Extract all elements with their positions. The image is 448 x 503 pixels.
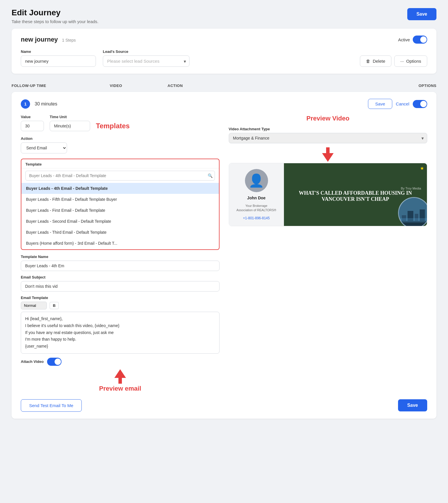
step-time: 30 minutes — [35, 101, 57, 107]
email-line-4: I'm more than happy to help. — [25, 336, 215, 343]
time-unit-select[interactable]: Minute(s) — [50, 121, 90, 131]
email-subject-input[interactable] — [21, 281, 220, 292]
svg-marker-0 — [114, 369, 126, 378]
email-line-5: {user_name} — [25, 343, 215, 350]
name-label: Name — [21, 49, 96, 54]
preview-video-arrow-icon — [229, 147, 427, 162]
time-unit-label: Time Unit — [50, 115, 130, 119]
email-body: Hi {lead_first_name}, I believe it's use… — [21, 312, 220, 354]
template-name-input[interactable] — [21, 261, 220, 271]
value-label: Value — [21, 115, 44, 119]
col-action: ACTION — [168, 83, 225, 88]
email-line-1: Hi {lead_first_name}, — [25, 315, 215, 322]
options-button[interactable]: ··· Options — [394, 55, 427, 67]
preview-email-label: Preview email — [99, 385, 141, 392]
video-preview-card: 👤 John Doe Your Brokerage Association of… — [229, 163, 427, 226]
template-item-6[interactable]: Buyers (Home afford form) - 3rd Email - … — [21, 238, 219, 249]
value-input[interactable] — [21, 121, 44, 131]
step-save-button[interactable]: Save — [368, 99, 392, 109]
templates-label: Templates — [96, 122, 130, 130]
template-item-5[interactable]: Buyer Leads - Third Email - Default Temp… — [21, 227, 219, 238]
step-cancel-button[interactable]: Cancel — [396, 101, 409, 106]
phone-text: +1-801-896-8145 — [243, 216, 269, 220]
search-icon: 🔍 — [208, 173, 213, 178]
svg-rect-2 — [326, 147, 330, 153]
save-bottom-button[interactable]: Save — [398, 399, 427, 411]
video-attachment-type-label: Video Attachment Type — [229, 127, 427, 131]
attach-video-label: Attach Video — [21, 359, 44, 364]
template-name-label: Template Name — [21, 255, 220, 259]
action-label: Action — [21, 136, 67, 141]
by-troy-label: By Troy Media — [401, 187, 421, 190]
template-list: Buyer Leads - 4th Email - Default Templa… — [21, 183, 219, 249]
send-test-email-button[interactable]: Send Test Email To Me — [21, 399, 82, 412]
email-subject-label: Email Subject — [21, 275, 220, 279]
template-item-3[interactable]: Buyer Leads - First Email - Default Temp… — [21, 205, 219, 216]
template-search-input[interactable] — [25, 171, 215, 181]
bold-button[interactable]: B — [50, 302, 59, 309]
step-number: 1 — [21, 99, 30, 109]
star-icon: ★ — [420, 166, 424, 171]
avatar: 👤 — [245, 169, 268, 192]
preview-video-label: Preview Video — [229, 115, 427, 122]
step-toggle[interactable] — [413, 100, 427, 108]
template-item-4[interactable]: Buyer Leads - Second Email - Default Tem… — [21, 216, 219, 227]
agent-name: John Doe — [247, 196, 266, 200]
template-section-label: Template — [21, 159, 219, 168]
options-icon: ··· — [400, 59, 404, 64]
col-options: OPTIONS — [225, 83, 436, 88]
col-follow-up-time: FOLLOW-UP TIME — [12, 83, 110, 88]
step-card: 1 30 minutes Save Cancel Value Time Unit — [12, 92, 436, 419]
col-video: VIDEO — [110, 83, 168, 88]
save-top-button[interactable]: Save — [407, 8, 436, 20]
video-headline: WHAT'S CALLED AFFORDABLE HOUSING IN VANC… — [290, 190, 421, 203]
email-line-3: If you have any real estate questions, j… — [25, 329, 215, 336]
template-item-2[interactable]: Buyer Leads - Fifth Email - Default Temp… — [21, 194, 219, 205]
journey-name: new journey — [21, 36, 58, 43]
journey-name-input[interactable] — [21, 55, 96, 67]
email-template-label: Email Template — [21, 296, 220, 300]
page-subtitle: Take these steps to follow up with your … — [12, 19, 98, 24]
table-header: FOLLOW-UP TIME VIDEO ACTION OPTIONS — [0, 79, 448, 92]
avatar-person-icon: 👤 — [248, 173, 264, 188]
email-font-select[interactable]: Normal — [21, 302, 47, 309]
video-type-select[interactable]: Mortgage & Finance — [229, 133, 427, 143]
svg-marker-3 — [322, 153, 334, 162]
leads-source-label: Lead's Source — [103, 49, 189, 54]
active-label: Active — [398, 37, 410, 42]
brokerage-text: Your Brokerage Association of REALTORS® — [237, 204, 276, 213]
trash-icon: 🗑 — [366, 59, 370, 64]
journey-card: new journey 1 Steps Active Name Lead's S… — [12, 29, 436, 74]
active-toggle[interactable] — [413, 36, 427, 44]
template-item-7[interactable]: Buyers (Home afford form) - 4th Email - … — [21, 249, 219, 249]
attach-video-toggle[interactable] — [47, 358, 62, 366]
svg-rect-1 — [118, 378, 122, 384]
email-line-2: I believe it's useful to watch this vide… — [25, 322, 215, 329]
journey-steps-count: 1 Steps — [62, 38, 76, 42]
template-item-1[interactable]: Buyer Leads - 4th Email - Default Templa… — [21, 183, 219, 194]
svg-rect-10 — [399, 218, 427, 222]
action-select[interactable]: Send Email — [21, 142, 67, 153]
page-title: Edit Journey — [12, 8, 98, 17]
leads-source-select[interactable]: Please select lead Sources — [103, 55, 189, 67]
template-dropdown: Template 🔍 Buyer Leads - 4th Email - Def… — [21, 159, 220, 250]
preview-email-arrow-icon — [114, 369, 126, 384]
delete-button[interactable]: 🗑 Delete — [360, 55, 391, 67]
